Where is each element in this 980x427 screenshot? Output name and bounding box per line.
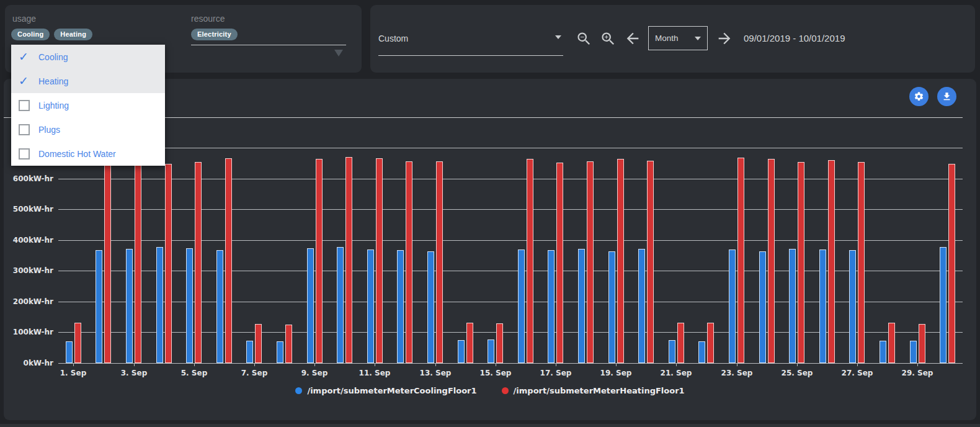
bar-cooling-day-27[interactable]: [849, 250, 856, 363]
bar-heating-day-9[interactable]: [316, 159, 323, 363]
resource-select-caret-icon[interactable]: [334, 50, 343, 56]
time-controls-panel: Custom Month 09/01/2019 - 10/01/2019: [370, 5, 975, 73]
bar-heating-day-6[interactable]: [225, 158, 232, 363]
bar-heating-day-29[interactable]: [919, 324, 925, 363]
bar-cooling-day-24[interactable]: [759, 251, 766, 363]
bar-heating-day-8[interactable]: [285, 325, 292, 363]
bar-cooling-day-20[interactable]: [638, 249, 645, 363]
bar-heating-day-7[interactable]: [255, 324, 262, 363]
bar-cooling-day-3[interactable]: [126, 249, 133, 363]
bar-cooling-day-5[interactable]: [186, 248, 193, 363]
bar-cooling-day-29[interactable]: [910, 341, 917, 363]
bar-cooling-day-26[interactable]: [819, 249, 826, 363]
x-axis-label: 11. Sep: [355, 369, 394, 377]
bar-cooling-day-6[interactable]: [216, 250, 223, 363]
bar-heating-day-21[interactable]: [677, 323, 684, 363]
bar-heating-day-25[interactable]: [798, 162, 804, 363]
usage-option-heating[interactable]: ✓Heating: [11, 69, 165, 93]
bar-heating-day-1[interactable]: [74, 323, 81, 363]
zoom-in-icon[interactable]: [600, 30, 617, 47]
bar-cooling-day-2[interactable]: [96, 250, 102, 363]
bar-heating-day-4[interactable]: [165, 164, 172, 363]
bar-cooling-day-18[interactable]: [578, 249, 585, 363]
x-axis-label: 19. Sep: [596, 369, 636, 377]
usage-option-domestic-hot-water[interactable]: Domestic Hot Water: [11, 142, 165, 166]
checkbox-unchecked-icon: [19, 100, 30, 111]
bar-heating-day-12[interactable]: [406, 161, 412, 363]
previous-period-arrow-icon[interactable]: [624, 30, 641, 47]
usage-field-label: usage: [12, 14, 36, 24]
bar-heating-day-22[interactable]: [707, 323, 714, 363]
chart-download-button[interactable]: [937, 87, 956, 106]
range-type-caret-icon[interactable]: [555, 35, 561, 39]
bar-cooling-day-13[interactable]: [427, 251, 434, 363]
x-axis-tick: [375, 363, 375, 366]
bar-heating-day-5[interactable]: [195, 162, 202, 363]
bar-cooling-day-17[interactable]: [548, 250, 555, 363]
legend-item-cooling[interactable]: /import/submeterMeterCoolingFloor1: [295, 386, 476, 395]
x-axis-tick: [73, 363, 74, 366]
bar-heating-day-17[interactable]: [556, 163, 563, 363]
bar-cooling-day-9[interactable]: [307, 248, 314, 363]
zoom-out-icon[interactable]: [576, 30, 592, 47]
bar-cooling-day-12[interactable]: [397, 250, 404, 363]
bar-cooling-day-25[interactable]: [789, 249, 796, 363]
bar-heating-day-23[interactable]: [737, 158, 744, 363]
bar-heating-day-27[interactable]: [858, 162, 865, 363]
x-axis-label: 23. Sep: [717, 369, 757, 377]
bar-heating-day-19[interactable]: [617, 159, 624, 363]
bar-heating-day-10[interactable]: [345, 157, 352, 363]
bar-heating-day-3[interactable]: [135, 153, 141, 363]
bar-heating-day-15[interactable]: [496, 323, 503, 363]
bar-cooling-day-14[interactable]: [458, 340, 465, 363]
bar-heating-day-11[interactable]: [376, 158, 383, 363]
usage-selected-chips: CoolingHeating: [11, 28, 97, 40]
bar-heating-day-28[interactable]: [888, 323, 895, 363]
usage-option-label: Domestic Hot Water: [38, 149, 116, 159]
bar-heating-day-18[interactable]: [587, 161, 594, 363]
bar-cooling-day-10[interactable]: [337, 247, 344, 363]
bar-cooling-day-22[interactable]: [698, 341, 705, 363]
bar-heating-day-30[interactable]: [948, 164, 955, 363]
x-axis-tick: [134, 363, 135, 366]
bar-cooling-day-1[interactable]: [66, 341, 73, 363]
bar-cooling-day-19[interactable]: [608, 251, 615, 363]
date-range-text: 09/01/2019 - 10/01/2019: [744, 33, 845, 43]
bar-cooling-day-30[interactable]: [940, 247, 947, 363]
bar-heating-day-20[interactable]: [647, 161, 654, 363]
bar-heating-day-26[interactable]: [828, 160, 835, 363]
x-axis-tick: [797, 363, 798, 366]
usage-option-plugs[interactable]: Plugs: [11, 117, 165, 142]
bar-cooling-day-4[interactable]: [156, 247, 163, 363]
next-period-arrow-icon[interactable]: [716, 30, 733, 47]
usage-option-lighting[interactable]: Lighting: [11, 93, 165, 117]
x-axis-label: 7. Sep: [234, 369, 274, 377]
bar-cooling-day-15[interactable]: [488, 339, 494, 363]
bar-cooling-day-23[interactable]: [729, 249, 736, 363]
bar-cooling-day-7[interactable]: [246, 341, 253, 363]
checkbox-unchecked-icon: [19, 148, 38, 160]
bar-cooling-day-11[interactable]: [367, 249, 374, 363]
bar-cooling-day-8[interactable]: [277, 341, 283, 363]
bar-heating-day-2[interactable]: [104, 155, 111, 363]
bar-heating-day-24[interactable]: [768, 159, 775, 363]
x-axis-label: 29. Sep: [898, 369, 937, 377]
bar-cooling-day-16[interactable]: [518, 249, 525, 363]
usage-chip-heating[interactable]: Heating: [54, 29, 92, 40]
bar-heating-day-13[interactable]: [436, 161, 443, 363]
bar-heating-day-16[interactable]: [527, 159, 533, 363]
legend-item-heating[interactable]: /import/submeterMeterHeatingFloor1: [502, 386, 685, 395]
y-axis-label: 500kW-hr: [1, 204, 53, 214]
usage-chip-cooling[interactable]: Cooling: [11, 29, 50, 40]
usage-option-cooling[interactable]: ✓Cooling: [11, 45, 165, 69]
usage-option-label: Plugs: [38, 125, 60, 135]
x-axis-label: 13. Sep: [416, 369, 455, 377]
interval-select[interactable]: Month: [648, 26, 708, 50]
bar-cooling-day-21[interactable]: [669, 340, 675, 363]
bar-cooling-day-28[interactable]: [880, 341, 886, 363]
y-axis-label: 600kW-hr: [1, 174, 53, 184]
chart-settings-button[interactable]: [909, 87, 929, 106]
resource-chip-electricity[interactable]: Electricity: [191, 29, 238, 40]
bar-heating-day-14[interactable]: [466, 323, 473, 363]
range-type-select[interactable]: Custom: [378, 34, 408, 43]
